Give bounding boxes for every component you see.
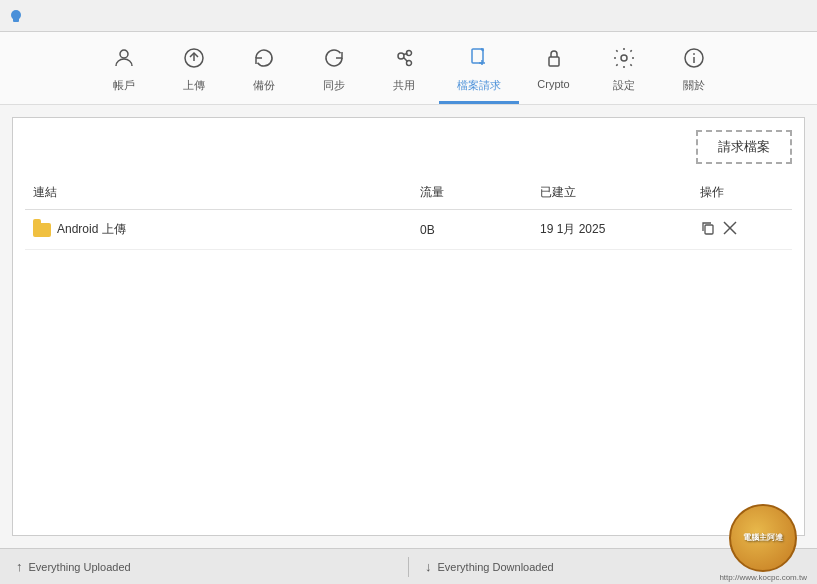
toolbar-item-account[interactable]: 帳戶 xyxy=(89,40,159,104)
upload-status-label: Everything Uploaded xyxy=(29,561,131,573)
toolbar-item-settings[interactable]: 設定 xyxy=(589,40,659,104)
svg-point-15 xyxy=(693,54,694,55)
sync-icon xyxy=(322,46,346,74)
share-label: 共用 xyxy=(393,78,415,93)
delete-button[interactable] xyxy=(722,220,738,239)
content-header: 請求檔案 xyxy=(25,130,792,164)
backup-label: 備份 xyxy=(253,78,275,93)
toolbar-item-share[interactable]: 共用 xyxy=(369,40,439,104)
toolbar-item-about[interactable]: 關於 xyxy=(659,40,729,104)
title-bar xyxy=(0,0,817,32)
upload-icon xyxy=(182,46,206,74)
share-icon xyxy=(392,46,416,74)
settings-icon xyxy=(612,46,636,74)
toolbar-item-backup[interactable]: 備份 xyxy=(229,40,299,104)
account-icon xyxy=(112,46,136,74)
col-header-actions: 操作 xyxy=(692,180,792,205)
upload-status: ↑ Everything Uploaded xyxy=(16,559,392,574)
table-header: 連結 流量 已建立 操作 xyxy=(25,176,792,210)
toolbar-item-upload[interactable]: 上傳 xyxy=(159,40,229,104)
maximize-button[interactable] xyxy=(713,0,759,32)
account-label: 帳戶 xyxy=(113,78,135,93)
sync-label: 同步 xyxy=(323,78,345,93)
toolbar: 帳戶上傳備份同步共用檔案請求Crypto設定關於 xyxy=(0,32,817,105)
upload-label: 上傳 xyxy=(183,78,205,93)
row-name-cell: Android 上傳 xyxy=(25,217,412,242)
table-row: Android 上傳0B19 1月 2025 xyxy=(25,210,792,250)
status-bar: ↑ Everything Uploaded ↓ Everything Downl… xyxy=(0,548,817,584)
row-actions xyxy=(692,216,792,243)
crypto-label: Crypto xyxy=(537,78,569,90)
watermark: 電腦主阿達 http://www.kocpc.com.tw xyxy=(719,504,807,582)
svg-point-2 xyxy=(120,50,128,58)
download-status-label: Everything Downloaded xyxy=(438,561,554,573)
svg-rect-1 xyxy=(13,18,19,22)
row-name: Android 上傳 xyxy=(57,221,126,238)
about-label: 關於 xyxy=(683,78,705,93)
file-request-label: 檔案請求 xyxy=(457,78,501,93)
col-header-traffic: 流量 xyxy=(412,180,532,205)
settings-label: 設定 xyxy=(613,78,635,93)
main-content: 請求檔案 連結 流量 已建立 操作 Android 上傳0B19 1月 2025 xyxy=(0,105,817,548)
row-traffic: 0B xyxy=(412,219,532,241)
svg-rect-16 xyxy=(705,225,713,234)
content-area: 請求檔案 連結 流量 已建立 操作 Android 上傳0B19 1月 2025 xyxy=(12,117,805,536)
file-request-icon xyxy=(467,46,491,74)
row-created: 19 1月 2025 xyxy=(532,217,692,242)
about-icon xyxy=(682,46,706,74)
col-header-created: 已建立 xyxy=(532,180,692,205)
toolbar-item-file-request[interactable]: 檔案請求 xyxy=(439,40,519,104)
col-header-link: 連結 xyxy=(25,180,412,205)
download-arrow-icon: ↓ xyxy=(425,559,432,574)
folder-icon xyxy=(33,223,51,237)
toolbar-item-sync[interactable]: 同步 xyxy=(299,40,369,104)
toolbar-item-crypto[interactable]: Crypto xyxy=(519,40,589,104)
app-icon xyxy=(8,8,24,24)
request-file-button[interactable]: 請求檔案 xyxy=(696,130,792,164)
upload-arrow-icon: ↑ xyxy=(16,559,23,574)
crypto-icon xyxy=(542,46,566,74)
close-button[interactable] xyxy=(763,0,809,32)
copy-button[interactable] xyxy=(700,220,716,239)
minimize-button[interactable] xyxy=(663,0,709,32)
backup-icon xyxy=(252,46,276,74)
svg-rect-11 xyxy=(549,57,559,66)
svg-point-12 xyxy=(621,55,627,61)
